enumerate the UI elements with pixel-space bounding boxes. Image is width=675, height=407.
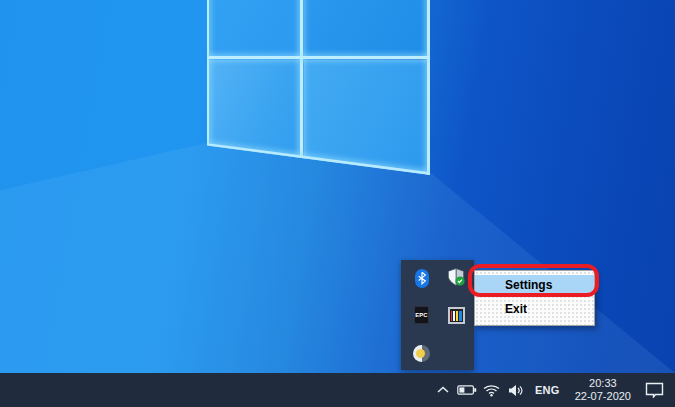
desktop: EPC Settings Exit xyxy=(0,0,675,407)
night-light-icon[interactable] xyxy=(411,343,431,363)
wallpaper-pane xyxy=(304,0,430,56)
clock-date: 22-07-2020 xyxy=(575,390,631,403)
media-app-icon[interactable] xyxy=(446,305,466,325)
taskbar: ENG 20:33 22-07-2020 xyxy=(0,373,675,407)
wallpaper-window-logo xyxy=(207,0,430,175)
bluetooth-badge xyxy=(415,269,429,288)
taskbar-tray-area: ENG 20:33 22-07-2020 xyxy=(432,373,669,407)
night-light-badge xyxy=(413,345,430,362)
menu-item-settings[interactable]: Settings xyxy=(475,275,594,295)
tray-context-menu: Settings Exit xyxy=(474,270,595,326)
language-indicator[interactable]: ENG xyxy=(528,373,567,407)
epic-games-badge: EPC xyxy=(414,306,429,324)
wallpaper-edge xyxy=(427,0,430,175)
wifi-icon[interactable] xyxy=(480,373,504,407)
volume-icon[interactable] xyxy=(504,373,528,407)
action-center-icon[interactable] xyxy=(639,373,669,407)
windows-security-icon[interactable] xyxy=(446,267,466,287)
wallpaper-edge xyxy=(207,0,209,145)
wallpaper-pane xyxy=(207,0,300,56)
bluetooth-icon[interactable] xyxy=(413,267,431,289)
wallpaper-edge xyxy=(300,0,303,175)
tray-overflow-popup: EPC xyxy=(401,260,474,370)
clock-time: 20:33 xyxy=(575,377,631,390)
wallpaper-pane xyxy=(207,60,300,175)
wallpaper-edge xyxy=(207,56,430,59)
media-app-badge xyxy=(448,307,465,324)
menu-item-exit[interactable]: Exit xyxy=(475,299,594,319)
battery-icon[interactable] xyxy=(454,373,480,407)
epic-games-icon[interactable]: EPC xyxy=(412,305,431,325)
show-hidden-icons-chevron[interactable] xyxy=(432,373,454,407)
taskbar-clock[interactable]: 20:33 22-07-2020 xyxy=(567,373,639,407)
